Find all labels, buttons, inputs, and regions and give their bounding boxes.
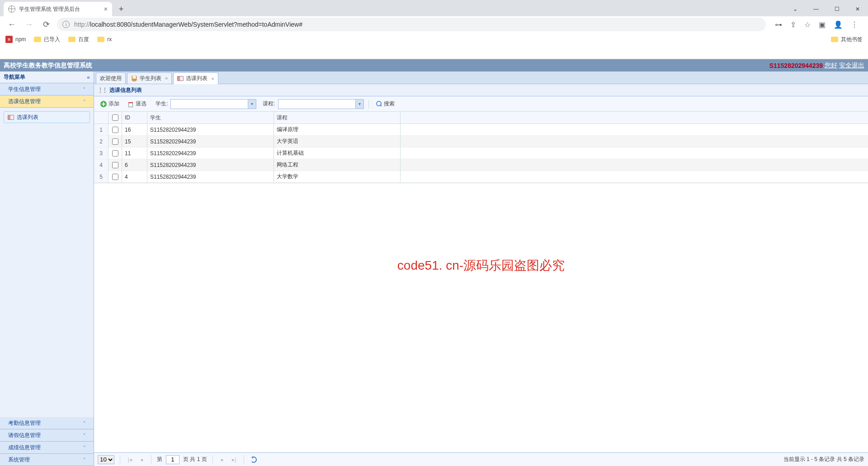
select-all-checkbox[interactable]	[112, 114, 118, 121]
table-row[interactable]: 116S11528202944239编译原理	[94, 124, 868, 136]
grid-header: ID 学生 课程	[94, 112, 868, 124]
row-number: 3	[94, 147, 108, 159]
nav-back-button[interactable]: ←	[5, 18, 18, 31]
add-button[interactable]: 添加	[98, 99, 122, 109]
row-checkbox[interactable]	[112, 174, 118, 180]
site-info-icon[interactable]: i	[62, 21, 70, 28]
menu-icon[interactable]: ⋮	[851, 20, 858, 29]
separator	[244, 455, 244, 464]
cell-course: 计算机基础	[274, 147, 401, 159]
profile-icon[interactable]: 👤	[834, 20, 843, 29]
page-suffix: 页 共 1 页	[183, 456, 207, 463]
col-student-header[interactable]: 学生	[147, 112, 274, 124]
browser-chrome: 学生管理系统 管理员后台 × + ⌄ — ☐ ✕ ← → ⟳ i http://…	[0, 0, 868, 59]
sidebar-item-attendance[interactable]: 考勤信息管理˅	[0, 417, 94, 429]
col-id-header[interactable]: ID	[122, 112, 147, 124]
url-field[interactable]: i http://localhost:8080/studentManagerWe…	[57, 18, 766, 31]
page-first-button[interactable]: |◂	[126, 456, 134, 464]
page-prev-button[interactable]: ◂	[137, 456, 146, 464]
row-checkbox[interactable]	[112, 138, 118, 145]
separator	[368, 100, 369, 109]
table-row[interactable]: 215S11528202944239大学英语	[94, 136, 868, 147]
table-row[interactable]: 54S11528202944239大学数学	[94, 171, 868, 183]
tab-welcome[interactable]: 欢迎使用	[96, 72, 126, 84]
tab-title: 学生管理系统 管理员后台	[19, 5, 80, 13]
window-close[interactable]: ✕	[847, 2, 868, 16]
student-combo[interactable]: ▾	[170, 99, 256, 109]
col-course-header[interactable]: 课程	[274, 112, 401, 124]
col-rownum	[94, 112, 108, 124]
window-minimize[interactable]: —	[806, 2, 826, 16]
url-prefix: http://	[74, 21, 90, 28]
share-icon[interactable]: ⇪	[790, 20, 796, 29]
address-bar-icons: ⊶ ⇪ ☆ ▣ 👤 ⋮	[770, 20, 863, 29]
page-next-button[interactable]: ▸	[218, 456, 226, 464]
separator	[120, 455, 120, 464]
table-row[interactable]: 46S11528202944239网络工程	[94, 159, 868, 171]
panel-title: ⋮⋮ 选课信息列表	[94, 84, 868, 96]
nav-reload-button[interactable]: ⟳	[40, 18, 52, 31]
chevron-down-icon: ˅	[83, 421, 85, 426]
panel-icon[interactable]: ▣	[819, 20, 826, 29]
app-title: 高校学生教务教学信息管理系统	[4, 62, 92, 70]
logout-link[interactable]: 安全退出	[839, 62, 864, 70]
pagination-bar: 10 |◂ ◂ 第 页 共 1 页 ▸ ▸| 当前显示 1 - 5 条记录 共 …	[94, 452, 868, 466]
course-combo[interactable]: ▾	[278, 99, 364, 109]
row-number: 2	[94, 136, 108, 147]
greeting-link[interactable]: 您好	[825, 62, 837, 70]
main-area: 欢迎使用 学生列表× 选课列表× ⋮⋮ 选课信息列表 添加 退选 学生: ▾ 课…	[94, 71, 868, 466]
chevron-down-icon: ▾	[248, 100, 256, 109]
bookmark-other[interactable]: 其他书签	[831, 36, 863, 43]
page-size-select[interactable]: 10	[98, 455, 114, 464]
star-icon[interactable]: ☆	[804, 20, 811, 29]
course-label: 课程:	[263, 100, 275, 108]
close-icon[interactable]: ×	[165, 76, 168, 81]
sidebar-item-score[interactable]: 成绩信息管理˅	[0, 442, 94, 454]
bookmark-imported[interactable]: 已导入	[34, 36, 60, 43]
tab-strip: 学生管理系统 管理员后台 × + ⌄ — ☐ ✕	[0, 0, 868, 16]
browser-tab[interactable]: 学生管理系统 管理员后台 ×	[4, 2, 112, 16]
current-user-id: S11528202944239	[769, 62, 823, 69]
address-bar: ← → ⟳ i http://localhost:8080/studentMan…	[0, 16, 868, 33]
cell-id: 6	[122, 159, 147, 171]
sidebar-item-course-select[interactable]: 选课信息管理˄	[0, 95, 94, 108]
row-checkbox[interactable]	[112, 150, 118, 157]
col-checkbox-header	[108, 112, 122, 124]
add-icon	[100, 101, 107, 107]
app-header: 高校学生教务教学信息管理系统 S11528202944239 您好 安全退出	[0, 59, 868, 71]
remove-button[interactable]: 退选	[125, 99, 149, 109]
cell-id: 4	[122, 171, 147, 182]
page-number-input[interactable]	[166, 455, 179, 464]
cell-student: S11528202944239	[147, 147, 274, 159]
row-checkbox[interactable]	[112, 127, 118, 133]
close-icon[interactable]: ×	[211, 76, 214, 81]
table-row[interactable]: 311S11528202944239计算机基础	[94, 147, 868, 159]
new-tab-button[interactable]: +	[115, 3, 127, 15]
tree-item-course-list[interactable]: 选课列表	[4, 111, 90, 123]
page-last-button[interactable]: ▸|	[230, 456, 238, 464]
sidebar-collapse-icon[interactable]: «	[87, 74, 90, 81]
cell-id: 16	[122, 124, 147, 135]
window-maximize[interactable]: ☐	[826, 2, 847, 16]
bookmark-baidu[interactable]: 百度	[68, 36, 89, 43]
student-label: 学生:	[156, 100, 168, 108]
tab-course-list[interactable]: 选课列表×	[173, 72, 218, 84]
key-icon[interactable]: ⊶	[775, 20, 782, 29]
row-checkbox[interactable]	[112, 162, 118, 168]
sidebar-item-system[interactable]: 系统管理˅	[0, 454, 94, 466]
window-tab-dropdown[interactable]: ⌄	[785, 2, 806, 16]
tab-close-icon[interactable]: ×	[104, 5, 108, 13]
cell-id: 11	[122, 147, 147, 159]
tab-student-list[interactable]: 学生列表×	[127, 72, 172, 84]
refresh-button[interactable]	[250, 456, 258, 464]
sidebar-item-leave[interactable]: 请假信息管理˅	[0, 429, 94, 442]
row-checkbox-cell	[108, 136, 122, 147]
sidebar-item-student-info[interactable]: 学生信息管理˅	[0, 83, 94, 95]
bookmark-npm[interactable]: nnpm	[5, 36, 26, 43]
search-button[interactable]: 搜索	[373, 99, 397, 109]
nav-forward-button[interactable]: →	[23, 18, 35, 31]
row-number: 5	[94, 171, 108, 182]
bookmark-rx[interactable]: rx	[97, 36, 112, 43]
cell-course: 网络工程	[274, 159, 401, 171]
folder-icon	[34, 37, 41, 42]
